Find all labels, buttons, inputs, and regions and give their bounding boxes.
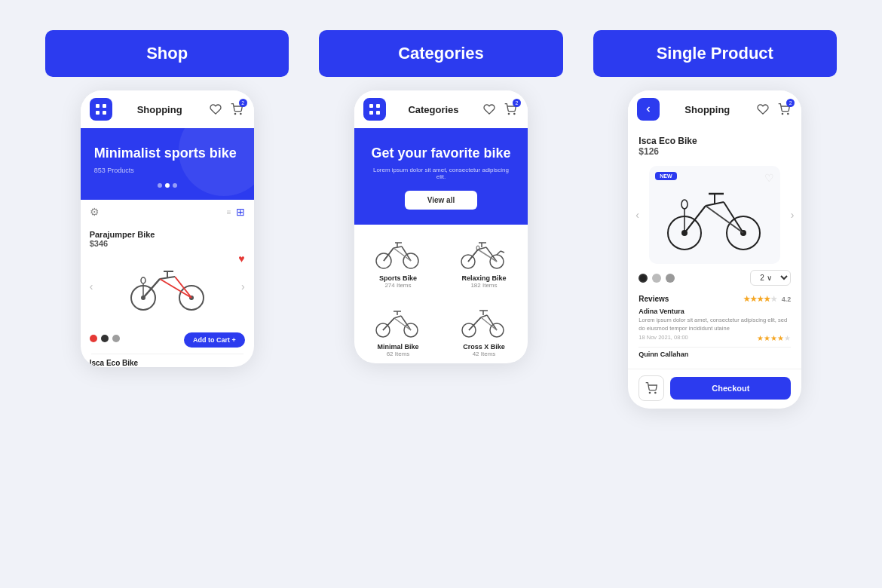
- svg-line-40: [468, 250, 478, 262]
- shop-wishlist-icon[interactable]: [207, 101, 224, 118]
- shop-header: Shop: [45, 30, 289, 77]
- sp-bike-image: [662, 177, 767, 253]
- cat-sports-bike[interactable]: Sports Bike 274 Items: [356, 226, 440, 293]
- sp-quantity-select[interactable]: 2 ∨ 1 3: [750, 270, 791, 286]
- svg-point-65: [788, 113, 789, 114]
- color-gray[interactable]: [112, 335, 120, 342]
- sp-nav-icons: 2: [755, 101, 792, 118]
- categories-phone: Categories 2 Get your favorite bike Lore…: [354, 90, 528, 363]
- single-product-column: Single Product Shopping 2: [593, 30, 837, 409]
- svg-rect-1: [103, 104, 106, 108]
- sp-options: 2 ∨ 1 3: [628, 264, 801, 292]
- sports-bike-image: [372, 234, 424, 271]
- svg-line-30: [394, 248, 411, 261]
- checkout-button[interactable]: Checkout: [670, 377, 791, 400]
- sp-color-dark[interactable]: [639, 274, 648, 283]
- svg-point-64: [782, 113, 783, 114]
- product1-price: $346: [90, 239, 245, 248]
- svg-point-24: [514, 113, 515, 114]
- single-product-phone: Shopping 2 Isca Eco Bike $126: [628, 90, 801, 409]
- svg-rect-21: [369, 111, 373, 115]
- shop-cart-icon[interactable]: 2: [228, 101, 245, 118]
- color-red[interactable]: [90, 335, 97, 342]
- svg-line-76: [684, 206, 706, 233]
- svg-line-31: [384, 248, 394, 261]
- sp-color-mid[interactable]: [666, 274, 675, 283]
- sp-next-btn[interactable]: ›: [791, 209, 795, 221]
- single-product-header: Single Product: [593, 30, 837, 77]
- sp-reviews: Reviews ★★★★★ 4.2 Adina Ventura Lorem ip…: [628, 292, 801, 366]
- product1-bike-image: [122, 260, 213, 313]
- cat-crossx-bike[interactable]: Cross X Bike 42 Items: [442, 295, 526, 362]
- svg-line-75: [706, 206, 743, 233]
- categories-nav-icons: 2: [481, 101, 519, 118]
- svg-point-23: [508, 113, 509, 114]
- sp-heart-icon[interactable]: ♡: [764, 172, 774, 184]
- svg-point-17: [141, 277, 145, 283]
- svg-point-5: [240, 113, 240, 114]
- svg-point-79: [650, 392, 651, 393]
- shop-hero-title: Minimalist sports bike: [94, 145, 240, 162]
- sports-bike-name: Sports Bike: [379, 274, 417, 282]
- categories-wishlist-icon[interactable]: [481, 101, 498, 118]
- minimal-bike-name: Minimal Bike: [377, 343, 418, 351]
- dot-3: [173, 183, 177, 188]
- relaxing-bike-count: 182 Items: [470, 282, 497, 289]
- sp-stars: ★★★★★: [743, 295, 777, 303]
- sp-prev-btn[interactable]: ‹: [635, 209, 639, 221]
- svg-rect-2: [96, 111, 100, 115]
- svg-line-50: [394, 316, 401, 318]
- svg-point-4: [234, 113, 235, 114]
- shop-logo: [90, 98, 112, 121]
- svg-line-15: [160, 279, 191, 298]
- grid-icon[interactable]: ⊞: [236, 206, 245, 218]
- sp-rating: 4.2: [782, 296, 792, 303]
- filter-icon[interactable]: ⚙: [90, 206, 100, 218]
- cat-minimal-bike[interactable]: Minimal Bike 62 Items: [356, 295, 440, 362]
- sp-product-info: Isca Eco Bike $126: [628, 128, 801, 166]
- crossx-bike-count: 42 Items: [473, 351, 496, 357]
- review-item-1: Adina Ventura Lorem ipsum dolor sit amet…: [639, 308, 791, 342]
- categories-cart-badge: 2: [513, 99, 521, 107]
- dot-2: [165, 183, 170, 188]
- view-all-button[interactable]: View all: [405, 191, 478, 210]
- reviewer-name-1: Adina Ventura: [639, 308, 791, 315]
- sp-color-light[interactable]: [652, 274, 661, 283]
- relaxing-bike-image: [458, 234, 510, 271]
- sp-new-badge: NEW: [655, 172, 676, 180]
- sp-cart-icon[interactable]: 2: [776, 101, 792, 118]
- shop-nav-title: Shopping: [118, 104, 201, 115]
- shop-phone: Shopping 2 Minimalist sports bike 853 Pr…: [81, 90, 254, 367]
- categories-header: Categories: [319, 30, 562, 77]
- sp-product-name: Isca Eco Bike: [639, 136, 791, 146]
- categories-cart-icon[interactable]: 2: [502, 101, 519, 118]
- add-to-cart-button[interactable]: Add to Cart +: [184, 332, 245, 348]
- back-button[interactable]: [637, 98, 660, 121]
- sports-bike-count: 274 Items: [384, 282, 411, 289]
- product1-next[interactable]: ›: [241, 280, 245, 292]
- shop-nav-icons: 2: [207, 101, 245, 118]
- svg-line-44: [497, 251, 501, 255]
- sp-wishlist-icon[interactable]: [755, 101, 771, 118]
- categories-column: Categories Categories 2: [319, 30, 562, 363]
- cat-relaxing-bike[interactable]: Relaxing Bike 182 Items: [442, 226, 526, 293]
- color-dark[interactable]: [101, 335, 109, 342]
- cat-hero-title: Get your favorite bike: [368, 145, 514, 162]
- sp-image-area: NEW ♡ ‹: [649, 166, 780, 264]
- shop-hero-dots: [94, 183, 240, 188]
- product1-prev[interactable]: ‹: [90, 280, 93, 292]
- categories-grid: Sports Bike 274 Items: [354, 225, 528, 363]
- review-item-2: Quinn Callahan: [639, 351, 791, 358]
- shop-filter-bar: ⚙ ≡ ⊞: [81, 200, 254, 224]
- svg-line-59: [481, 315, 487, 317]
- product1-heart[interactable]: ♥: [238, 253, 244, 265]
- sp-cart-button[interactable]: [639, 375, 664, 401]
- cat-hero-sub: Lorem ipsum dolor sit amet, consectetur …: [368, 167, 514, 180]
- list-icon[interactable]: ≡: [227, 208, 231, 216]
- page-wrapper: Shop Shopping 2: [45, 30, 837, 409]
- product1-colors: [90, 335, 120, 342]
- svg-point-77: [681, 200, 688, 209]
- shop-hero-sub: 853 Products: [94, 167, 240, 174]
- svg-line-45: [501, 251, 504, 253]
- svg-rect-0: [96, 104, 100, 108]
